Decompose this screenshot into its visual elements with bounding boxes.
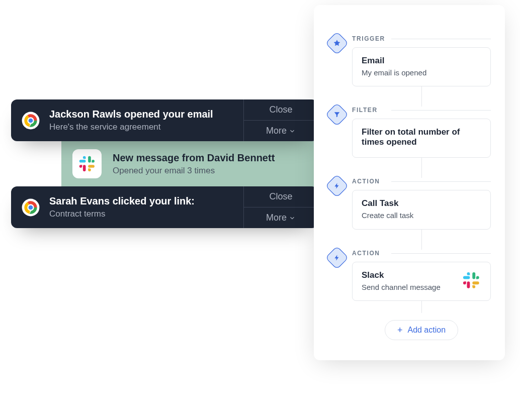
chevron-down-icon bbox=[289, 128, 296, 135]
close-button[interactable]: Close bbox=[244, 99, 318, 120]
notification-card[interactable]: Sarah Evans clicked your link: Contract … bbox=[11, 186, 318, 228]
workflow-step-action[interactable]: ACTION Slack Send channel message bbox=[328, 250, 491, 301]
trigger-diamond-icon bbox=[325, 31, 349, 55]
action-diamond-icon bbox=[325, 246, 349, 270]
filter-diamond-icon bbox=[325, 102, 349, 127]
notification-title: Sarah Evans clicked your link: bbox=[49, 195, 195, 207]
workflow-step-filter[interactable]: FILTER Filter on total number of times o… bbox=[328, 107, 491, 158]
chrome-icon bbox=[21, 111, 40, 130]
workflow-step-trigger[interactable]: TRIGGER Email My email is opened bbox=[328, 35, 491, 86]
workflow-panel: TRIGGER Email My email is opened FILTER … bbox=[314, 5, 505, 360]
step-type-label: TRIGGER bbox=[352, 35, 491, 42]
close-label: Close bbox=[269, 104, 292, 115]
step-connector bbox=[421, 158, 422, 178]
action-diamond-icon bbox=[325, 174, 349, 198]
slack-icon bbox=[461, 270, 481, 290]
bolt-icon bbox=[333, 254, 340, 262]
notification-stack: Jackson Rawls opened your email Here's t… bbox=[11, 99, 318, 228]
notification-title: New message from David Bennett bbox=[113, 152, 275, 164]
add-action-label: Add action bbox=[407, 326, 446, 335]
chrome-icon bbox=[21, 198, 40, 217]
notification-subtitle: Opened your email 3 times bbox=[113, 166, 275, 176]
star-icon bbox=[333, 39, 341, 47]
notification-subtitle: Here's the service agreement bbox=[49, 122, 213, 132]
step-title: Call Task bbox=[362, 198, 413, 208]
slack-icon bbox=[77, 154, 97, 173]
step-title: Slack bbox=[362, 270, 441, 280]
notification-subtitle: Contract terms bbox=[49, 209, 195, 219]
notification-card[interactable]: Jackson Rawls opened your email Here's t… bbox=[11, 99, 318, 141]
more-button[interactable]: More bbox=[244, 207, 318, 228]
chevron-down-icon bbox=[289, 215, 296, 222]
step-title: Email bbox=[362, 56, 426, 66]
step-type-label: FILTER bbox=[352, 107, 491, 114]
more-label: More bbox=[266, 126, 287, 136]
slack-app-icon bbox=[72, 149, 102, 178]
more-button[interactable]: More bbox=[244, 120, 318, 141]
more-label: More bbox=[266, 213, 287, 223]
workflow-step-action[interactable]: ACTION Call Task Create call task bbox=[328, 178, 491, 229]
plus-icon: + bbox=[397, 326, 403, 335]
step-subtitle: My email is opened bbox=[362, 68, 426, 78]
step-title: Filter on total number of times opened bbox=[362, 127, 481, 147]
add-action-button[interactable]: + Add action bbox=[385, 320, 458, 340]
bolt-icon bbox=[333, 182, 340, 190]
step-subtitle: Create call task bbox=[362, 211, 413, 221]
step-connector bbox=[421, 301, 422, 313]
notification-title: Jackson Rawls opened your email bbox=[49, 109, 213, 120]
close-label: Close bbox=[269, 191, 292, 202]
step-connector bbox=[421, 86, 422, 107]
notification-card-slack[interactable]: New message from David Bennett Opened yo… bbox=[61, 140, 343, 187]
step-type-label: ACTION bbox=[352, 178, 491, 185]
step-type-label: ACTION bbox=[352, 250, 491, 257]
step-connector bbox=[421, 230, 422, 250]
funnel-icon bbox=[333, 111, 340, 118]
step-subtitle: Send channel message bbox=[362, 282, 441, 292]
close-button[interactable]: Close bbox=[244, 186, 318, 207]
